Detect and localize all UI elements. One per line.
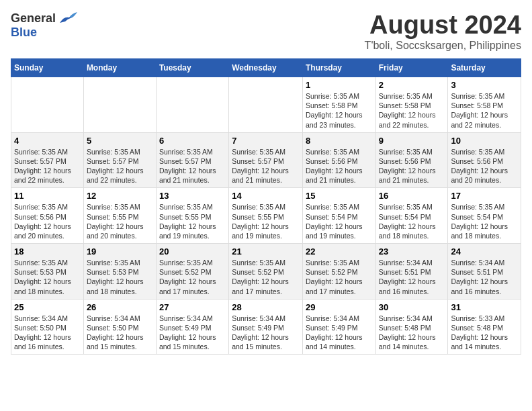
logo: General Blue bbox=[11, 11, 77, 40]
cell-sun-info: Sunrise: 5:35 AM Sunset: 5:58 PM Dayligh… bbox=[306, 91, 373, 130]
cell-sun-info: Sunrise: 5:35 AM Sunset: 5:55 PM Dayligh… bbox=[87, 202, 153, 240]
calendar-cell: 21Sunrise: 5:35 AM Sunset: 5:52 PM Dayli… bbox=[229, 244, 303, 300]
cell-sun-info: Sunrise: 5:33 AM Sunset: 5:48 PM Dayligh… bbox=[451, 314, 518, 352]
month-title: August 2024 bbox=[365, 11, 521, 40]
day-number: 5 bbox=[87, 136, 153, 146]
calendar-header-row: SundayMondayTuesdayWednesdayThursdayFrid… bbox=[11, 59, 521, 77]
cell-sun-info: Sunrise: 5:35 AM Sunset: 5:57 PM Dayligh… bbox=[14, 147, 81, 185]
day-header-tuesday: Tuesday bbox=[156, 59, 228, 77]
calendar-cell: 9Sunrise: 5:35 AM Sunset: 5:56 PM Daylig… bbox=[375, 132, 448, 188]
calendar-cell: 24Sunrise: 5:34 AM Sunset: 5:51 PM Dayli… bbox=[448, 244, 521, 300]
day-number: 7 bbox=[232, 136, 300, 146]
location-title: T'boli, Soccsksargen, Philippines bbox=[365, 40, 521, 52]
calendar-cell: 7Sunrise: 5:35 AM Sunset: 5:57 PM Daylig… bbox=[229, 132, 303, 188]
calendar-cell: 3Sunrise: 5:35 AM Sunset: 5:58 PM Daylig… bbox=[448, 77, 521, 133]
cell-sun-info: Sunrise: 5:34 AM Sunset: 5:49 PM Dayligh… bbox=[159, 314, 226, 352]
cell-sun-info: Sunrise: 5:35 AM Sunset: 5:54 PM Dayligh… bbox=[451, 202, 518, 240]
day-number: 22 bbox=[306, 246, 373, 257]
day-number: 9 bbox=[379, 136, 445, 146]
calendar-cell: 15Sunrise: 5:35 AM Sunset: 5:54 PM Dayli… bbox=[302, 188, 375, 244]
calendar-week-row: 4Sunrise: 5:35 AM Sunset: 5:57 PM Daylig… bbox=[11, 132, 521, 188]
day-number: 10 bbox=[451, 136, 518, 146]
calendar-cell: 20Sunrise: 5:35 AM Sunset: 5:52 PM Dayli… bbox=[156, 244, 228, 300]
calendar-cell: 14Sunrise: 5:35 AM Sunset: 5:55 PM Dayli… bbox=[229, 188, 303, 244]
cell-sun-info: Sunrise: 5:35 AM Sunset: 5:53 PM Dayligh… bbox=[87, 258, 153, 296]
day-number: 15 bbox=[306, 191, 373, 201]
day-number: 2 bbox=[379, 80, 445, 90]
cell-sun-info: Sunrise: 5:35 AM Sunset: 5:55 PM Dayligh… bbox=[232, 202, 300, 240]
cell-sun-info: Sunrise: 5:35 AM Sunset: 5:58 PM Dayligh… bbox=[451, 91, 518, 130]
day-number: 12 bbox=[87, 191, 153, 201]
cell-sun-info: Sunrise: 5:35 AM Sunset: 5:55 PM Dayligh… bbox=[159, 202, 226, 240]
cell-sun-info: Sunrise: 5:35 AM Sunset: 5:54 PM Dayligh… bbox=[306, 202, 373, 240]
calendar-cell: 22Sunrise: 5:35 AM Sunset: 5:52 PM Dayli… bbox=[302, 244, 375, 300]
cell-sun-info: Sunrise: 5:35 AM Sunset: 5:54 PM Dayligh… bbox=[379, 202, 445, 240]
calendar-cell: 13Sunrise: 5:35 AM Sunset: 5:55 PM Dayli… bbox=[156, 188, 228, 244]
cell-sun-info: Sunrise: 5:35 AM Sunset: 5:57 PM Dayligh… bbox=[232, 147, 300, 185]
header: General Blue August 2024 T'boli, Soccsks… bbox=[11, 11, 521, 52]
calendar-cell: 10Sunrise: 5:35 AM Sunset: 5:56 PM Dayli… bbox=[448, 132, 521, 188]
day-number: 21 bbox=[232, 246, 300, 257]
day-number: 29 bbox=[306, 302, 373, 312]
cell-sun-info: Sunrise: 5:35 AM Sunset: 5:58 PM Dayligh… bbox=[379, 91, 445, 130]
day-number: 26 bbox=[87, 302, 153, 312]
calendar-cell: 18Sunrise: 5:35 AM Sunset: 5:53 PM Dayli… bbox=[11, 244, 84, 300]
cell-sun-info: Sunrise: 5:35 AM Sunset: 5:57 PM Dayligh… bbox=[159, 147, 226, 185]
calendar-cell: 11Sunrise: 5:35 AM Sunset: 5:56 PM Dayli… bbox=[11, 188, 84, 244]
calendar-cell: 2Sunrise: 5:35 AM Sunset: 5:58 PM Daylig… bbox=[375, 77, 448, 133]
calendar-cell: 25Sunrise: 5:34 AM Sunset: 5:50 PM Dayli… bbox=[11, 299, 84, 355]
cell-sun-info: Sunrise: 5:35 AM Sunset: 5:56 PM Dayligh… bbox=[451, 147, 518, 185]
calendar-cell: 30Sunrise: 5:34 AM Sunset: 5:48 PM Dayli… bbox=[375, 299, 448, 355]
day-number: 30 bbox=[379, 302, 445, 312]
cell-sun-info: Sunrise: 5:35 AM Sunset: 5:56 PM Dayligh… bbox=[14, 202, 81, 240]
cell-sun-info: Sunrise: 5:35 AM Sunset: 5:52 PM Dayligh… bbox=[232, 258, 300, 296]
calendar-cell: 23Sunrise: 5:34 AM Sunset: 5:51 PM Dayli… bbox=[375, 244, 448, 300]
day-number: 11 bbox=[14, 191, 81, 201]
day-number: 25 bbox=[14, 302, 81, 312]
day-number: 13 bbox=[159, 191, 226, 201]
cell-sun-info: Sunrise: 5:34 AM Sunset: 5:48 PM Dayligh… bbox=[379, 314, 445, 352]
day-number: 19 bbox=[87, 246, 153, 257]
calendar-cell: 26Sunrise: 5:34 AM Sunset: 5:50 PM Dayli… bbox=[83, 299, 156, 355]
calendar-cell: 29Sunrise: 5:34 AM Sunset: 5:49 PM Dayli… bbox=[302, 299, 375, 355]
cell-sun-info: Sunrise: 5:34 AM Sunset: 5:51 PM Dayligh… bbox=[379, 258, 445, 296]
calendar-cell: 17Sunrise: 5:35 AM Sunset: 5:54 PM Dayli… bbox=[448, 188, 521, 244]
day-number: 1 bbox=[306, 80, 373, 90]
cell-sun-info: Sunrise: 5:34 AM Sunset: 5:51 PM Dayligh… bbox=[451, 258, 518, 296]
calendar-cell: 8Sunrise: 5:35 AM Sunset: 5:56 PM Daylig… bbox=[302, 132, 375, 188]
calendar-cell: 31Sunrise: 5:33 AM Sunset: 5:48 PM Dayli… bbox=[448, 299, 521, 355]
day-number: 14 bbox=[232, 191, 300, 201]
cell-sun-info: Sunrise: 5:35 AM Sunset: 5:52 PM Dayligh… bbox=[159, 258, 226, 296]
calendar-cell: 27Sunrise: 5:34 AM Sunset: 5:49 PM Dayli… bbox=[156, 299, 228, 355]
calendar-week-row: 18Sunrise: 5:35 AM Sunset: 5:53 PM Dayli… bbox=[11, 244, 521, 300]
day-header-wednesday: Wednesday bbox=[229, 59, 303, 77]
calendar-cell: 16Sunrise: 5:35 AM Sunset: 5:54 PM Dayli… bbox=[375, 188, 448, 244]
cell-sun-info: Sunrise: 5:35 AM Sunset: 5:52 PM Dayligh… bbox=[306, 258, 373, 296]
logo-blue-text: Blue bbox=[11, 26, 37, 40]
title-area: August 2024 T'boli, Soccsksargen, Philip… bbox=[365, 11, 521, 52]
calendar-cell bbox=[156, 77, 228, 133]
calendar-cell bbox=[11, 77, 84, 133]
day-number: 4 bbox=[14, 136, 81, 146]
calendar-cell: 6Sunrise: 5:35 AM Sunset: 5:57 PM Daylig… bbox=[156, 132, 228, 188]
calendar-cell: 12Sunrise: 5:35 AM Sunset: 5:55 PM Dayli… bbox=[83, 188, 156, 244]
day-header-sunday: Sunday bbox=[11, 59, 84, 77]
cell-sun-info: Sunrise: 5:35 AM Sunset: 5:57 PM Dayligh… bbox=[87, 147, 153, 185]
cell-sun-info: Sunrise: 5:34 AM Sunset: 5:50 PM Dayligh… bbox=[87, 314, 153, 352]
day-number: 23 bbox=[379, 246, 445, 257]
cell-sun-info: Sunrise: 5:35 AM Sunset: 5:56 PM Dayligh… bbox=[379, 147, 445, 185]
cell-sun-info: Sunrise: 5:34 AM Sunset: 5:49 PM Dayligh… bbox=[306, 314, 373, 352]
day-number: 16 bbox=[379, 191, 445, 201]
day-number: 6 bbox=[159, 136, 226, 146]
logo-general-text: General bbox=[11, 11, 56, 26]
day-number: 28 bbox=[232, 302, 300, 312]
calendar-cell: 28Sunrise: 5:34 AM Sunset: 5:49 PM Dayli… bbox=[229, 299, 303, 355]
cell-sun-info: Sunrise: 5:34 AM Sunset: 5:49 PM Dayligh… bbox=[232, 314, 300, 352]
day-header-thursday: Thursday bbox=[302, 59, 375, 77]
calendar-week-row: 25Sunrise: 5:34 AM Sunset: 5:50 PM Dayli… bbox=[11, 299, 521, 355]
day-number: 17 bbox=[451, 191, 518, 201]
calendar-cell: 1Sunrise: 5:35 AM Sunset: 5:58 PM Daylig… bbox=[302, 77, 375, 133]
calendar-table: SundayMondayTuesdayWednesdayThursdayFrid… bbox=[11, 58, 521, 355]
calendar-week-row: 11Sunrise: 5:35 AM Sunset: 5:56 PM Dayli… bbox=[11, 188, 521, 244]
day-header-monday: Monday bbox=[83, 59, 156, 77]
